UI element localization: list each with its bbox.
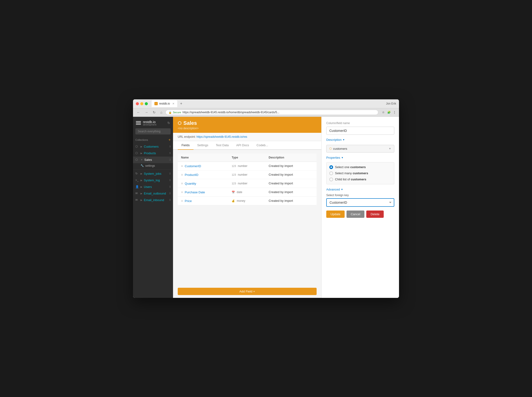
description-toggle[interactable]: Description ▼ xyxy=(326,138,394,142)
email-icon: ✉ xyxy=(135,192,139,195)
radio-circle xyxy=(329,178,333,181)
maximize-button[interactable] xyxy=(145,102,148,105)
expand-arrow: ▶ xyxy=(141,145,142,148)
add-collection-button[interactable]: + xyxy=(169,138,171,142)
field-type-cell: 123 number xyxy=(228,161,265,170)
column-field-name-input[interactable] xyxy=(326,127,394,135)
field-name-cell: ≡ Quantity xyxy=(178,179,228,188)
tab-fields[interactable]: Fields xyxy=(178,141,194,150)
sidebar-item-users[interactable]: 👤 ▶ Users 0 xyxy=(133,184,173,190)
field-name-link[interactable]: Price xyxy=(185,199,192,203)
relation-dropdown[interactable]: ⬡ customers ▼ xyxy=(326,145,394,153)
traffic-lights xyxy=(136,102,148,105)
properties-arrow-icon: ▼ xyxy=(341,156,343,159)
browser-window: r restdb.io ✕ + Jon Erik ← → ↻ ⌂ 🔒 Secur… xyxy=(133,99,399,298)
add-field-button[interactable]: Add Field + xyxy=(178,288,317,295)
tab-codeb[interactable]: Codeb... xyxy=(253,141,272,150)
extensions-icon[interactable]: 🧩 xyxy=(387,110,391,114)
minimize-button[interactable] xyxy=(140,102,143,105)
expand-arrow: ▼ xyxy=(141,158,143,161)
sidebar-refresh-icon[interactable]: ↻ xyxy=(167,121,170,125)
fields-data-table: Name Type Description ≡ CustomerID xyxy=(178,154,317,205)
field-name-link[interactable]: Quantity xyxy=(185,182,196,185)
forward-button[interactable]: → xyxy=(143,110,149,115)
calendar-icon: 📅 xyxy=(232,191,235,193)
home-button[interactable]: ⌂ xyxy=(159,110,164,115)
close-button[interactable] xyxy=(136,102,139,105)
radio-circle xyxy=(329,171,333,175)
sidebar-item-system-jobs[interactable]: ↻ ▶ System_jobs 0 xyxy=(133,170,173,177)
tab-test-data[interactable]: Test Data xyxy=(212,141,232,150)
sidebar-item-sales[interactable]: ⬡ ▼ Sales 3 xyxy=(133,157,173,163)
relation-icon: ⬡ xyxy=(135,151,139,155)
user-name: Jon Erik xyxy=(386,102,396,105)
field-name-link[interactable]: ProductID xyxy=(185,173,198,177)
drag-handle-icon[interactable]: ≡ xyxy=(181,199,183,203)
expand-arrow: ▶ xyxy=(141,186,142,188)
table-row: ≡ Price 💰 money Created by import xyxy=(178,196,317,205)
radio-circle-selected xyxy=(329,165,333,169)
relation-icon: ⬡ xyxy=(329,147,332,150)
radio-select-many[interactable]: Select many customers xyxy=(329,171,391,175)
field-desc-cell: Created by import xyxy=(265,179,317,188)
properties-toggle[interactable]: Properties ▼ xyxy=(326,156,394,159)
select-fk-label: Select foreign key xyxy=(326,193,394,197)
action-buttons: Update Cancel Delete xyxy=(326,211,394,218)
url-endpoint-link[interactable]: https://spreadsheetdb-9145.restdb.io/res xyxy=(196,135,247,138)
item-count: 0 xyxy=(169,199,171,201)
dropdown-arrow-icon: ▼ xyxy=(389,147,391,150)
sidebar-item-email-inbound[interactable]: ✉ ▶ Email_inbound 0 xyxy=(133,197,173,204)
sidebar-item-products[interactable]: ⬡ ▶ Products 9 xyxy=(133,150,173,157)
star-icon[interactable]: ☆ xyxy=(381,110,385,114)
url-bar[interactable]: 🔒 Secure https://spreadsheetdb-9145.rest… xyxy=(165,110,378,115)
tab-title: restdb.io xyxy=(159,102,170,105)
reload-button[interactable]: ↻ xyxy=(151,110,157,115)
expand-arrow: ▶ xyxy=(141,152,142,155)
menu-icon[interactable]: ⋮ xyxy=(392,110,397,114)
sidebar-sub-item-settings[interactable]: 🔧 settings xyxy=(133,163,173,168)
app-content: restdb.io development ↻ Search everythin… xyxy=(133,117,399,298)
drag-handle-icon[interactable]: ≡ xyxy=(181,190,183,194)
field-name-link[interactable]: Purchase Date xyxy=(185,191,205,194)
sidebar: restdb.io development ↻ Search everythin… xyxy=(133,117,173,298)
tab-api-docs[interactable]: API Docs xyxy=(232,141,253,150)
delete-button[interactable]: Delete xyxy=(366,211,384,218)
drag-handle-icon[interactable]: ≡ xyxy=(181,173,183,177)
cancel-button[interactable]: Cancel xyxy=(347,211,364,218)
search-box[interactable]: Search everything xyxy=(135,128,171,134)
back-button[interactable]: ← xyxy=(135,110,141,115)
description-arrow-icon: ▼ xyxy=(342,138,345,141)
db-icon xyxy=(136,120,141,125)
sidebar-item-label: Products xyxy=(144,151,167,155)
radio-select-one[interactable]: Select one customers xyxy=(329,165,391,169)
relation-icon: ⬡ xyxy=(135,145,139,149)
field-name-link[interactable]: CustomerID xyxy=(185,164,201,168)
field-type: money xyxy=(237,199,245,203)
sidebar-item-email-outbound[interactable]: ✉ ▶ Email_outbound 0 xyxy=(133,190,173,197)
update-button[interactable]: Update xyxy=(326,211,345,218)
item-count: 0 xyxy=(169,192,171,195)
tab-close-icon[interactable]: ✕ xyxy=(172,102,174,105)
sidebar-item-label: Email_inbound xyxy=(144,198,167,202)
browser-tab[interactable]: r restdb.io ✕ xyxy=(152,100,177,107)
item-count: 0 xyxy=(169,186,171,188)
sidebar-item-label: System_log xyxy=(144,179,167,182)
field-name-cell: ≡ Purchase Date xyxy=(178,188,228,196)
expand-arrow: ▶ xyxy=(141,199,142,201)
item-count: 9 xyxy=(169,145,171,148)
radio-child-list[interactable]: Child list of customers xyxy=(329,178,391,181)
tab-settings[interactable]: Settings xyxy=(194,141,212,150)
system-icon: ↻ xyxy=(135,172,139,176)
col-header-name: Name xyxy=(178,154,228,162)
advanced-toggle[interactable]: Advanced ▼ xyxy=(326,188,394,191)
drag-handle-icon[interactable]: ≡ xyxy=(181,164,183,168)
sidebar-item-label: System_jobs xyxy=(144,172,167,175)
sidebar-item-customers[interactable]: ⬡ ▶ Customers 9 xyxy=(133,143,173,150)
foreign-key-select[interactable]: CustomerID ProductID xyxy=(326,198,394,207)
brand-logo: restdb.io development xyxy=(136,120,156,126)
new-tab-button[interactable]: + xyxy=(178,100,184,107)
collections-label: Collections xyxy=(135,138,148,141)
type-icon: 123 xyxy=(232,165,236,167)
drag-handle-icon[interactable]: ≡ xyxy=(181,181,183,185)
sidebar-item-system-log[interactable]: >_ ▶ System_log 0 xyxy=(133,177,173,184)
